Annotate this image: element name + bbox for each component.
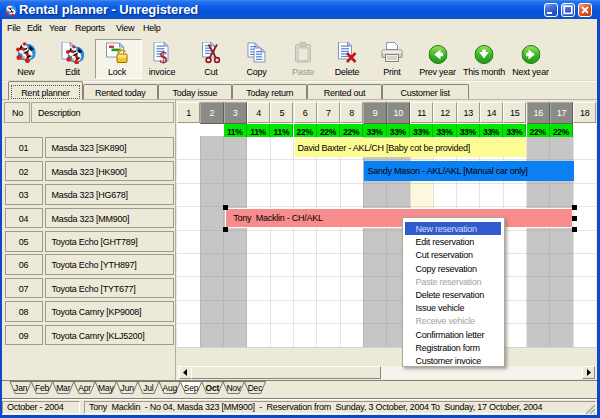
svg-text:$: $: [160, 49, 168, 64]
svg-text:May: May: [98, 383, 114, 393]
svg-text:Nov: Nov: [226, 383, 241, 393]
svg-text:Aug: Aug: [162, 383, 177, 393]
svg-text:Apr: Apr: [78, 383, 91, 393]
svg-text:Sep: Sep: [184, 383, 199, 393]
svg-text:Jan: Jan: [14, 383, 28, 393]
svg-text:Oct: Oct: [206, 383, 220, 393]
svg-text:Mar: Mar: [56, 383, 70, 393]
svg-text:Jul: Jul: [143, 383, 154, 393]
svg-text:Jun: Jun: [121, 383, 135, 393]
svg-text:Dec: Dec: [248, 383, 263, 393]
svg-text:Feb: Feb: [35, 383, 50, 393]
